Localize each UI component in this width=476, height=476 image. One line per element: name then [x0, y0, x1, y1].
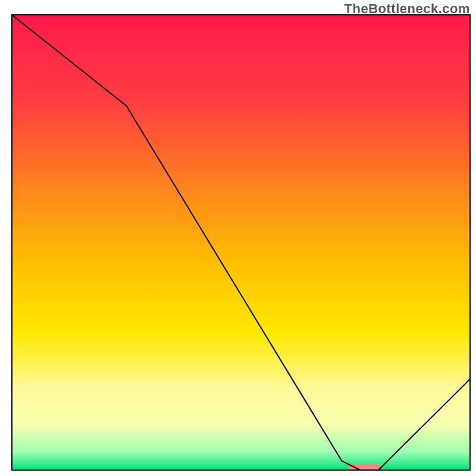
- chart-background: [12, 15, 470, 470]
- chart-svg: [0, 0, 476, 476]
- watermark-text: TheBottleneck.com: [345, 1, 470, 17]
- chart-container: TheBottleneck.com: [0, 0, 476, 476]
